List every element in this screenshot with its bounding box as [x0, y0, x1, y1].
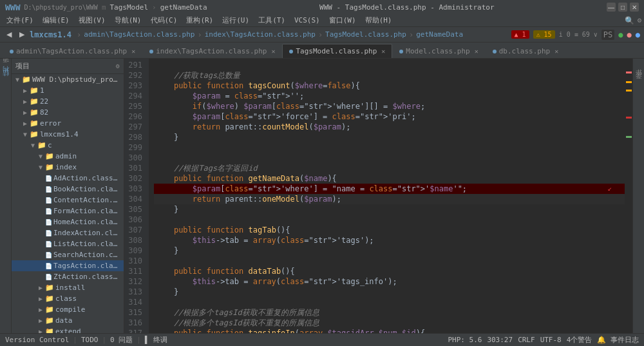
tree-item-admin-folder[interactable]: ▼ 📁 admin	[12, 151, 124, 162]
tree-item-22[interactable]: ▶ 📁 22	[12, 96, 124, 107]
search-everywhere-icon[interactable]: 🔍	[625, 16, 634, 25]
code-line-312[interactable]: $this->tab = array(class="str">'tags_inf…	[154, 276, 625, 287]
tree-item-data[interactable]: ▶ 📁 data	[12, 315, 124, 326]
tree-item-1[interactable]: ▶ 📁 1	[12, 85, 124, 96]
tree-item-www[interactable]: ▼ 📁 WWW D:\phpstudy_pro\WW	[12, 74, 124, 85]
nav-index-tagsaction[interactable]: index\TagsAction.class.php	[205, 30, 316, 39]
code-line-307[interactable]: public function tagTab(){	[154, 225, 625, 235]
menu-run[interactable]: 运行(U)	[218, 15, 253, 26]
status-sep: |	[73, 336, 77, 344]
forward-button[interactable]: ▶	[17, 29, 27, 40]
code-line-306[interactable]	[154, 215, 625, 225]
tree-item-bookaction[interactable]: 📄 BookAction.class.php	[12, 184, 124, 195]
tree-item-lmxcms[interactable]: ▼ 📁 lmxcms1.4	[12, 129, 124, 140]
status-problems[interactable]: 0 问题	[110, 335, 133, 345]
tree-item-contentaction[interactable]: 📄 ContentAction.class.p	[12, 195, 124, 206]
code-line-300[interactable]	[154, 153, 625, 163]
code-line-301[interactable]: //根据Tags名字返回id	[154, 163, 625, 173]
tab-db[interactable]: db.class.php ✕	[486, 44, 566, 58]
tab-close-icon[interactable]: ✕	[381, 48, 385, 55]
tree-item-class[interactable]: ▶ 📁 class	[12, 293, 124, 304]
code-line-315[interactable]: //根据多个tagsId获取不重复的所属信息	[154, 307, 625, 318]
browser-icon-firefox[interactable]: ●	[627, 30, 632, 39]
status-todo[interactable]: TODO	[81, 336, 99, 344]
tree-item-ztaction[interactable]: 📄 ZtAction.class.php	[12, 271, 124, 282]
side-label-project[interactable]: 项 目	[0, 59, 12, 73]
code-line-309[interactable]: }	[154, 245, 625, 256]
nav-admin-tagsaction[interactable]: admin\TagsAction.class.php	[84, 30, 194, 39]
code-line-317[interactable]: public function tagsinfoIn(array $tagsid…	[154, 328, 625, 333]
menu-edit[interactable]: 编辑(E)	[39, 15, 73, 26]
menu-vcs[interactable]: VCS(S)	[290, 15, 324, 25]
tree-item-indexaction[interactable]: 📄 IndexAction.class.php	[12, 227, 124, 238]
tab-index-tagsaction[interactable]: index\TagsAction.class.php ✕	[142, 44, 282, 58]
tab-close-icon[interactable]: ✕	[475, 48, 478, 55]
tree-item-c[interactable]: ▼ 📁 c	[12, 140, 124, 151]
tree-item-compile[interactable]: ▶ 📁 compile	[12, 304, 124, 315]
settings-icon[interactable]: ⚙	[637, 16, 641, 24]
code-line-293[interactable]: public function tagsCount($where=false){	[154, 81, 625, 91]
status-notifications[interactable]: 4个警告	[567, 335, 592, 345]
code-line-310[interactable]	[154, 256, 625, 266]
menu-refactor[interactable]: 重构(R)	[182, 15, 217, 26]
code-line-298[interactable]: }	[154, 132, 625, 142]
code-line-296[interactable]: $param[class="str">'force'] = class="str…	[154, 111, 625, 122]
tab-admin-tagsaction[interactable]: admin\TagsAction.class.php ✕	[3, 44, 142, 58]
code-line-297[interactable]: return parent::countModel($param);	[154, 122, 625, 132]
status-terminal[interactable]: ▌ 终调	[145, 335, 167, 345]
tree-item-adaction[interactable]: 📄 AdAction.class.php	[12, 173, 124, 184]
nav-tagsmodel[interactable]: TagsModel.class.php	[325, 30, 406, 39]
tree-item-82[interactable]: ▶ 📁 82	[12, 107, 124, 118]
tree-item-install[interactable]: ▶ 📁 install	[12, 282, 124, 293]
tab-tagsmodel[interactable]: TagsModel.class.php ✕	[282, 44, 392, 58]
status-encoding[interactable]: UTF-8	[540, 336, 562, 344]
side-label-bookmarks[interactable]: 书 签	[633, 59, 645, 73]
code-line-303[interactable]: $param[class="str">'where'] = "name = cl…	[154, 184, 625, 194]
code-line-302[interactable]: public function getNameData($name){	[154, 173, 625, 184]
tree-item-tagsaction[interactable]: 📄 TagsAction.class.php	[12, 260, 124, 271]
tree-item-listaction[interactable]: 📄 ListAction.class.php	[12, 238, 124, 249]
tree-item-homeaction[interactable]: 📄 HomeAction.class.php	[12, 216, 124, 227]
browser-icon-chrome[interactable]: ●	[618, 30, 623, 39]
tree-item-searchaction[interactable]: 📄 SearchAction.class.p	[12, 249, 124, 260]
status-event-log[interactable]: 🔔 事件日志	[597, 335, 639, 345]
close-button[interactable]: ✕	[630, 3, 639, 12]
side-label-structure[interactable]: 结 构	[0, 73, 12, 87]
menu-help[interactable]: 帮助(H)	[361, 15, 396, 26]
tab-model[interactable]: Model.class.php ✕	[392, 44, 485, 58]
code-line-295[interactable]: if($where) $param[class="str">'where'][]…	[154, 101, 625, 111]
code-line-311[interactable]: public function dataTab(){	[154, 266, 625, 276]
menu-view[interactable]: 视图(V)	[75, 15, 109, 26]
menu-tools[interactable]: 工具(T)	[254, 15, 289, 26]
code-line-304[interactable]: return parent::oneModel($param);	[154, 194, 625, 204]
code-line-299[interactable]	[154, 142, 625, 153]
tab-close-icon[interactable]: ✕	[131, 48, 135, 55]
code-line-291[interactable]	[154, 60, 625, 70]
code-line-316[interactable]: //根据多个tagsId获取不重复的所属信息	[154, 318, 625, 328]
browser-icon-ie[interactable]: ●	[636, 30, 640, 39]
code-line-313[interactable]: }	[154, 287, 625, 297]
status-version-control[interactable]: Version Control	[5, 336, 69, 344]
menu-file[interactable]: 文件(F)	[3, 15, 37, 26]
menu-nav[interactable]: 导航(N)	[111, 15, 146, 26]
tree-item-error[interactable]: ▶ 📁 error	[12, 118, 124, 129]
tree-item-extend[interactable]: ▶ 📁 extend	[12, 326, 124, 333]
code-scroll[interactable]: //获取tags总数量 public function tagsCount($w…	[149, 59, 625, 333]
tab-close-icon[interactable]: ✕	[271, 48, 275, 55]
status-line-ending[interactable]: CRLF	[518, 336, 535, 344]
tab-close-icon[interactable]: ✕	[554, 48, 558, 55]
code-line-308[interactable]: $this->tab = array(class="str">'tags');	[154, 235, 625, 245]
back-button[interactable]: ◀	[4, 29, 14, 40]
code-line-305[interactable]: }	[154, 204, 625, 215]
code-line-294[interactable]: $param = class="str">'';	[154, 91, 625, 101]
menu-code[interactable]: 代码(C)	[147, 15, 182, 26]
menu-window[interactable]: 窗口(W)	[325, 15, 360, 26]
tree-item-index-folder[interactable]: ▼ 📁 index	[12, 162, 124, 173]
sidebar-settings-icon[interactable]: ⚙	[116, 62, 120, 70]
maximize-button[interactable]: □	[618, 3, 627, 12]
nav-getname[interactable]: getNameData	[416, 30, 463, 39]
minimize-button[interactable]: —	[607, 3, 616, 12]
code-line-292[interactable]: //获取tags总数量	[154, 70, 625, 81]
tree-item-formaction[interactable]: 📄 FormAction.class.php	[12, 206, 124, 216]
code-line-314[interactable]	[154, 297, 625, 307]
